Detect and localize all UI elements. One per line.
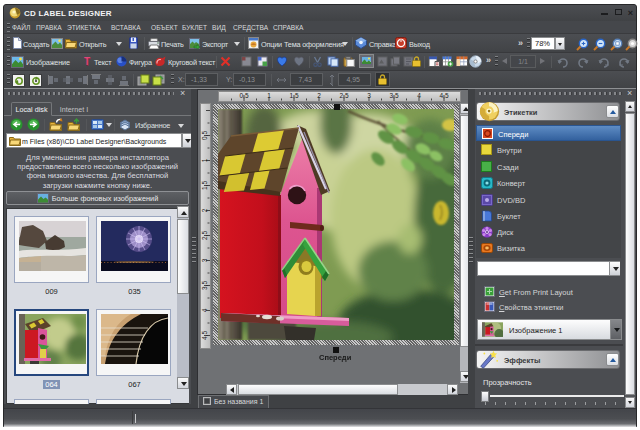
- svg-text:3: 3: [201, 258, 208, 262]
- svg-text:3,5: 3,5: [389, 92, 398, 99]
- svg-text:2,5: 2,5: [201, 231, 208, 240]
- svg-text:0,5: 0,5: [201, 131, 208, 140]
- svg-text:1: 1: [267, 92, 271, 99]
- svg-text:1: 1: [201, 158, 208, 162]
- svg-text:2,5: 2,5: [339, 92, 348, 99]
- svg-text:3: 3: [367, 92, 371, 99]
- svg-text:3,5: 3,5: [201, 281, 208, 290]
- svg-text:4,5: 4,5: [439, 92, 448, 99]
- svg-text:1,5: 1,5: [201, 181, 208, 190]
- svg-text:2: 2: [317, 92, 321, 99]
- svg-text:4,5: 4,5: [201, 331, 208, 340]
- svg-text:0,5: 0,5: [239, 92, 248, 99]
- svg-text:4: 4: [417, 92, 421, 99]
- svg-text:4: 4: [201, 308, 208, 312]
- svg-text:1,5: 1,5: [289, 92, 298, 99]
- svg-text:2: 2: [201, 208, 208, 212]
